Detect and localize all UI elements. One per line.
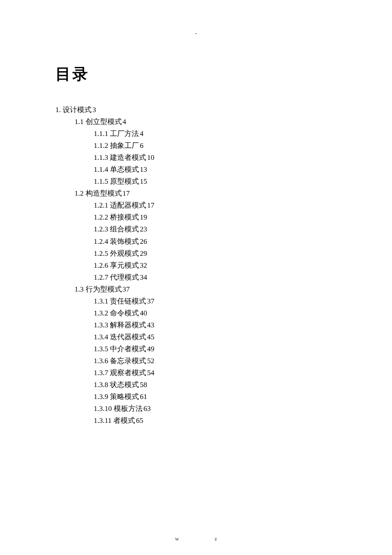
- toc-number: 1.2.4: [94, 237, 108, 246]
- toc-entry-l3: 1.2.7 代理模式34: [94, 272, 337, 283]
- toc-entry-l3: 1.3.4 迭代器模式45: [94, 331, 337, 343]
- toc-page: 29: [140, 249, 147, 257]
- toc-entry-l3: 1.2.1 适配器模式17: [94, 199, 337, 211]
- toc-number: 1.3.5: [94, 345, 108, 353]
- toc-text: 解释器模式: [110, 321, 146, 329]
- toc-entry-l3: 1.1.2 抽象工厂6: [94, 140, 337, 152]
- toc-page: 61: [140, 393, 147, 401]
- toc-page: 49: [147, 345, 154, 353]
- toc-page: 37: [123, 285, 130, 293]
- toc-entry-l3: 1.3.7 观察者模式54: [94, 367, 337, 379]
- toc-page: 17: [123, 189, 130, 197]
- toc-page: 58: [140, 381, 147, 389]
- toc-page: 15: [140, 177, 147, 185]
- toc-text: 创立型模式: [86, 118, 122, 126]
- toc-number: 1.2.2: [94, 213, 108, 221]
- toc-entry-l3: 1.3.2 命令模式40: [94, 307, 337, 319]
- toc-number: 1.1.4: [94, 165, 108, 173]
- toc-page: 43: [147, 321, 154, 329]
- header-mark: -: [195, 30, 197, 37]
- toc-page: 52: [147, 357, 154, 365]
- toc-text: 命令模式: [110, 309, 139, 317]
- toc-page: 3: [92, 106, 96, 114]
- toc-text: 观察者模式: [110, 369, 146, 377]
- toc-page: 37: [147, 297, 154, 305]
- toc-number: 1.3.3: [94, 321, 108, 329]
- toc-number: 1.3.1: [94, 297, 108, 305]
- toc-text: 模板方法: [114, 405, 143, 413]
- toc-number: 1.3.8: [94, 381, 108, 389]
- toc-number: 1.3.7: [94, 369, 108, 377]
- toc-page: 17: [147, 201, 154, 209]
- footer-right: z: [214, 535, 217, 542]
- toc-entry-l3: 1.2.2 桥接模式19: [94, 211, 337, 223]
- toc-text: 组合模式: [110, 225, 139, 233]
- toc-page: 65: [136, 416, 143, 425]
- toc-number: 1.: [55, 106, 61, 114]
- toc-text: 原型模式: [110, 177, 139, 185]
- toc-text: 构造型模式: [86, 189, 122, 197]
- toc-entry-l3: 1.1.1 工厂方法4: [94, 128, 337, 140]
- toc-page: 4: [123, 118, 127, 126]
- toc-page: 10: [147, 153, 154, 162]
- toc-entry-l3: 1.1.5 原型模式15: [94, 176, 337, 188]
- toc-text: 行为型模式: [86, 285, 122, 293]
- toc-page: 34: [140, 273, 147, 281]
- toc-text: 设计模式: [63, 106, 92, 114]
- toc-entry-l3: 1.2.3 组合模式23: [94, 223, 337, 235]
- toc-text: 策略模式: [110, 393, 139, 401]
- toc-number: 1.2: [75, 189, 84, 197]
- toc-text: 备忘录模式: [110, 357, 146, 365]
- toc-number: 1.1.3: [94, 153, 108, 162]
- toc-text: 外观模式: [110, 249, 139, 257]
- toc-text: 桥接模式: [110, 213, 139, 221]
- toc-number: 1.2.5: [94, 249, 108, 257]
- toc-text: 装饰模式: [110, 237, 139, 246]
- toc-text: 单态模式: [110, 165, 139, 173]
- toc-text: 工厂方法: [110, 130, 139, 138]
- toc-text: 抽象工厂: [110, 142, 139, 150]
- toc-page: 63: [144, 405, 151, 413]
- toc-entry-l1: 1. 设计模式3: [55, 104, 337, 116]
- toc-entry-l3: 1.3.11 者模式65: [94, 415, 337, 427]
- toc-entry-l2: 1.2 构造型模式17: [75, 188, 337, 199]
- toc-page: 54: [147, 369, 154, 377]
- toc-number: 1.2.3: [94, 225, 108, 233]
- toc-number: 1.3.9: [94, 393, 108, 401]
- toc-page: 40: [140, 309, 147, 317]
- toc-number: 1.3.2: [94, 309, 108, 317]
- page-title: 目录: [55, 64, 337, 85]
- toc-number: 1.2.7: [94, 273, 108, 281]
- toc-entry-l3: 1.1.4 单态模式13: [94, 164, 337, 176]
- toc-number: 1.2.1: [94, 201, 108, 209]
- toc-entry-l3: 1.3.10 模板方法63: [94, 403, 337, 415]
- toc-number: 1.2.6: [94, 261, 108, 269]
- toc-entry-l3: 1.3.3 解释器模式43: [94, 319, 337, 331]
- toc-entry-l3: 1.3.9 策略模式61: [94, 391, 337, 403]
- footer-left: w: [175, 535, 179, 542]
- toc-text: 迭代器模式: [110, 333, 146, 341]
- table-of-contents: 1. 设计模式3 1.1 创立型模式4 1.1.1 工厂方法4 1.1.2 抽象…: [55, 104, 337, 427]
- toc-number: 1.1.2: [94, 142, 108, 150]
- toc-number: 1.1: [75, 118, 84, 126]
- toc-page: 23: [140, 225, 147, 233]
- toc-page: 32: [140, 261, 147, 269]
- toc-entry-l2: 1.1 创立型模式4: [75, 116, 337, 128]
- toc-page: 19: [140, 213, 147, 221]
- toc-entry-l2: 1.3 行为型模式37: [75, 283, 337, 295]
- toc-text: 建造者模式: [110, 153, 146, 162]
- toc-text: 状态模式: [110, 381, 139, 389]
- toc-number: 1.1.5: [94, 177, 108, 185]
- toc-entry-l3: 1.2.6 享元模式32: [94, 260, 337, 272]
- toc-text: 责任链模式: [110, 297, 146, 305]
- toc-entry-l3: 1.3.5 中介者模式49: [94, 343, 337, 355]
- toc-text: 享元模式: [110, 261, 139, 269]
- toc-number: 1.3: [75, 285, 84, 293]
- toc-entry-l3: 1.3.6 备忘录模式52: [94, 355, 337, 367]
- toc-page: 26: [140, 237, 147, 246]
- toc-text: 适配器模式: [110, 201, 146, 209]
- toc-page: 6: [140, 142, 144, 150]
- toc-entry-l3: 1.3.8 状态模式58: [94, 379, 337, 391]
- page-footer: w z: [0, 535, 392, 542]
- toc-entry-l3: 1.2.5 外观模式29: [94, 248, 337, 260]
